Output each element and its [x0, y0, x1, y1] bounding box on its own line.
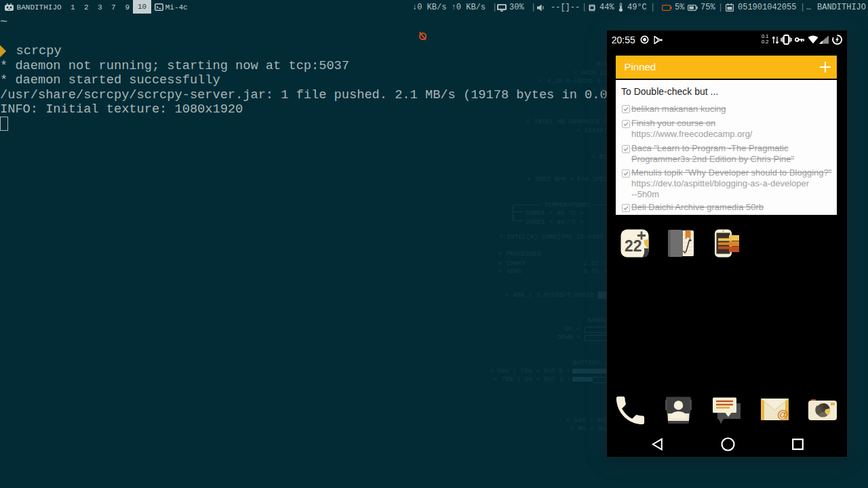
- svg-text:22: 22: [625, 237, 642, 255]
- svg-text:@: @: [777, 408, 789, 420]
